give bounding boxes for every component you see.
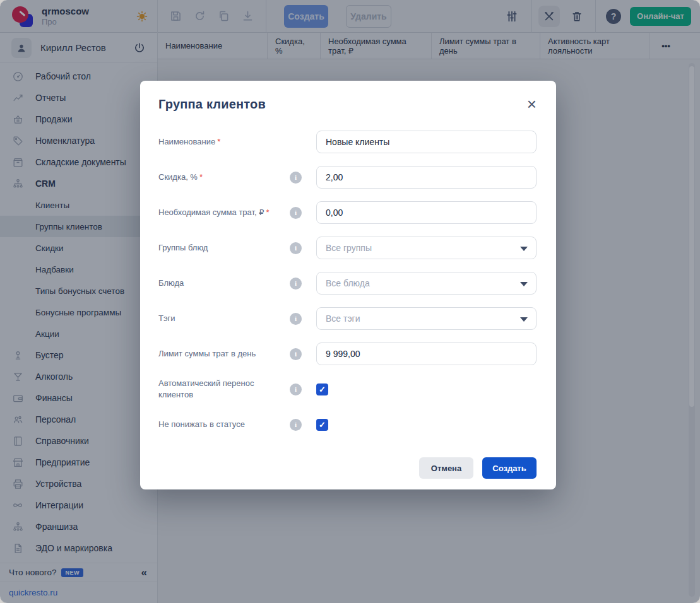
chevron-down-icon [520, 282, 528, 286]
no-downgrade-checkbox[interactable]: ✓ [316, 419, 328, 431]
info-icon[interactable]: i [290, 348, 302, 360]
field-dish-groups: Группы блюд i Все группы [158, 237, 537, 259]
dishes-select[interactable]: Все блюда [316, 272, 537, 295]
name-input[interactable] [316, 131, 537, 153]
info-icon[interactable]: i [290, 278, 302, 290]
required-mark: * [217, 137, 220, 146]
chevron-down-icon [520, 317, 528, 322]
client-group-modal: Группа клиентов × Наименование* Скидка, … [140, 81, 556, 489]
required-mark: * [266, 208, 270, 217]
discount-input[interactable] [316, 166, 537, 189]
info-icon[interactable]: i [290, 313, 302, 325]
daily-limit-input[interactable] [316, 342, 537, 365]
info-icon[interactable]: i [290, 242, 302, 254]
field-tags: Тэги i Все тэги [158, 307, 537, 330]
tags-select[interactable]: Все тэги [316, 307, 537, 330]
close-icon[interactable]: × [527, 97, 537, 111]
info-icon[interactable]: i [290, 172, 302, 184]
field-required-spend: Необходимая сумма трат, ₽* i [158, 201, 537, 224]
required-spend-input[interactable] [316, 201, 537, 224]
field-auto-transfer: Автоматический перенос клиентов i ✓ [158, 378, 537, 401]
field-daily-limit: Лимит суммы трат в день i [158, 342, 537, 365]
info-icon[interactable]: i [290, 207, 302, 219]
auto-transfer-checkbox[interactable]: ✓ [316, 383, 328, 395]
cancel-button[interactable]: Отмена [419, 457, 473, 479]
app-window: qrmoscow Про [0, 0, 700, 603]
required-mark: * [199, 172, 203, 182]
modal-title: Группа клиентов [158, 97, 266, 112]
create-button[interactable]: Создать [482, 457, 537, 479]
field-name: Наименование* [158, 131, 537, 153]
chevron-down-icon [520, 247, 528, 251]
dish-groups-select[interactable]: Все группы [316, 237, 537, 259]
info-icon[interactable]: i [290, 383, 302, 395]
field-discount: Скидка, %* i [158, 166, 537, 189]
info-icon[interactable]: i [290, 419, 302, 431]
field-no-status-downgrade: Не понижать в статусе i ✓ [158, 413, 537, 436]
field-dishes: Блюда i Все блюда [158, 272, 537, 295]
